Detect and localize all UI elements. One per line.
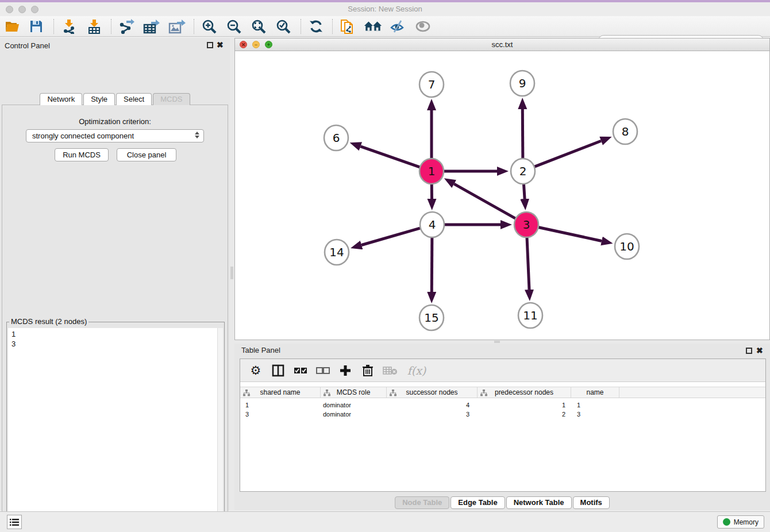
memory-label: Memory — [734, 518, 759, 526]
task-history-button[interactable] — [7, 515, 22, 529]
export-network-icon[interactable] — [117, 18, 136, 34]
graph-node-10[interactable]: 10 — [615, 234, 639, 259]
network-window-title: scc.txt — [235, 40, 769, 49]
node-table-container: ⚙ f(x) — [240, 358, 766, 492]
graph-edge-3-10[interactable] — [538, 227, 602, 241]
graph-node-2[interactable]: 2 — [511, 159, 535, 184]
column-header-predecessor-nodes[interactable]: predecessor nodes — [478, 387, 571, 398]
zoom-fit-icon[interactable] — [249, 18, 268, 34]
graph-edge-3-1[interactable] — [454, 184, 516, 219]
svg-text:1: 1 — [428, 164, 436, 178]
run-mcds-button[interactable]: Run MCDS — [55, 148, 109, 161]
graph-node-6[interactable]: 6 — [324, 125, 348, 151]
delete-table-icon — [382, 362, 399, 379]
add-column-icon[interactable] — [337, 362, 354, 379]
cell-predecessor-nodes[interactable]: 1 — [478, 400, 571, 410]
graph-node-9[interactable]: 9 — [510, 71, 534, 96]
graph-edge-3-11[interactable] — [527, 237, 529, 290]
table-panel-title: Table Panel — [241, 346, 280, 354]
export-image-icon[interactable] — [168, 18, 186, 34]
column-header-name[interactable]: name — [571, 387, 619, 398]
refresh-layout-icon[interactable] — [307, 18, 325, 34]
graph-edge-2-9[interactable] — [522, 109, 523, 159]
export-table-icon[interactable] — [143, 18, 161, 34]
network-graph[interactable]: 7968124314101511 — [235, 51, 769, 340]
network-window-titlebar[interactable]: ✕ − + scc.txt — [235, 38, 769, 51]
control-panel-close-icon[interactable]: ✖ — [217, 40, 224, 49]
gear-icon[interactable]: ⚙ — [247, 362, 264, 379]
column-header-successor-nodes[interactable]: successor nodes — [387, 387, 478, 398]
tab-mcds[interactable]: MCDS — [153, 93, 190, 105]
zoom-out-icon[interactable] — [225, 18, 243, 34]
graph-edge-2-8[interactable] — [534, 141, 601, 167]
app-title: Session: New Session — [0, 5, 770, 13]
cell-successor-nodes[interactable]: 4 — [387, 400, 478, 410]
table-panel: Table Panel ✖ ⚙ — [234, 344, 770, 510]
graph-node-4[interactable]: 4 — [420, 212, 444, 237]
cell-successor-nodes[interactable]: 3 — [387, 410, 478, 419]
optimization-criterion-select[interactable]: strongly connected component — [26, 129, 204, 142]
control-panel-title: Control Panel — [5, 41, 50, 50]
table-panel-tabs: Node Table Edge Table Network Table Moti… — [234, 496, 770, 509]
zoom-selected-icon[interactable] — [274, 18, 292, 34]
tab-edge-table[interactable]: Edge Table — [451, 496, 505, 509]
column-header-mcds-role[interactable]: MCDS role — [321, 387, 387, 398]
cell-mcds-role[interactable]: dominator — [321, 410, 387, 419]
tab-select[interactable]: Select — [116, 93, 152, 105]
svg-text:2: 2 — [519, 164, 527, 178]
graph-node-11[interactable]: 11 — [518, 303, 542, 328]
vertical-splitter[interactable] — [230, 38, 234, 510]
tab-motifs[interactable]: Motifs — [573, 496, 610, 509]
duplicate-network-icon[interactable] — [338, 18, 357, 34]
mcds-result-lines: 13 — [11, 329, 16, 349]
cell-shared-name[interactable]: 1 — [240, 400, 321, 410]
select-all-icon[interactable] — [292, 362, 309, 379]
cell-predecessor-nodes[interactable]: 2 — [478, 410, 571, 419]
table-panel-float-icon[interactable] — [746, 348, 752, 354]
zoom-in-icon[interactable] — [200, 18, 218, 34]
result-scrollbar[interactable] — [217, 328, 223, 532]
delete-column-icon[interactable] — [359, 362, 376, 379]
tab-network-table[interactable]: Network Table — [506, 496, 572, 509]
hide-eye-icon[interactable] — [388, 18, 407, 34]
svg-text:9: 9 — [519, 76, 526, 90]
open-folder-icon[interactable] — [3, 18, 22, 34]
cell-name[interactable]: 1 — [571, 400, 619, 410]
home-pair-icon[interactable] — [364, 18, 382, 34]
graph-node-14[interactable]: 14 — [325, 240, 349, 265]
table-row[interactable]: 1 dominator 4 1 1 — [240, 400, 765, 410]
tab-network[interactable]: Network — [40, 93, 82, 105]
tab-style[interactable]: Style — [83, 93, 115, 105]
tab-node-table[interactable]: Node Table — [395, 496, 449, 509]
import-network-icon[interactable] — [60, 18, 78, 34]
split-columns-icon[interactable] — [270, 362, 287, 379]
close-panel-button[interactable]: Close panel — [117, 148, 176, 161]
graph-node-3[interactable]: 3 — [514, 212, 538, 237]
memory-button[interactable]: Memory — [717, 515, 764, 529]
graph-edge-4-15[interactable] — [432, 237, 432, 292]
cell-mcds-role[interactable]: dominator — [321, 400, 387, 410]
import-table-icon[interactable] — [85, 18, 103, 34]
deselect-all-icon[interactable] — [314, 362, 332, 379]
graph-edge-2-3[interactable] — [523, 183, 525, 199]
graph-node-8[interactable]: 8 — [613, 119, 637, 144]
column-header-shared-name[interactable]: shared name — [240, 387, 321, 398]
table-row[interactable]: 3 dominator 3 2 3 — [240, 410, 765, 419]
show-eye-icon[interactable] — [414, 18, 432, 34]
mcds-result-textarea[interactable]: 13 — [8, 328, 223, 532]
graph-node-15[interactable]: 15 — [419, 305, 444, 330]
graph-node-7[interactable]: 7 — [419, 72, 444, 97]
hierarchy-icon — [480, 390, 487, 396]
control-panel-float-icon[interactable] — [207, 42, 213, 48]
svg-text:11: 11 — [523, 309, 537, 322]
table-panel-close-icon[interactable]: ✖ — [756, 346, 763, 355]
graph-edge-1-6[interactable] — [360, 147, 420, 167]
svg-text:10: 10 — [619, 240, 634, 253]
cell-name[interactable]: 3 — [571, 410, 619, 419]
graph-edge-4-14[interactable] — [361, 228, 421, 245]
svg-text:14: 14 — [329, 245, 344, 259]
graph-node-1[interactable]: 1 — [419, 159, 444, 184]
cell-shared-name[interactable]: 3 — [240, 410, 321, 419]
save-icon[interactable] — [27, 18, 45, 34]
svg-text:15: 15 — [424, 311, 438, 325]
